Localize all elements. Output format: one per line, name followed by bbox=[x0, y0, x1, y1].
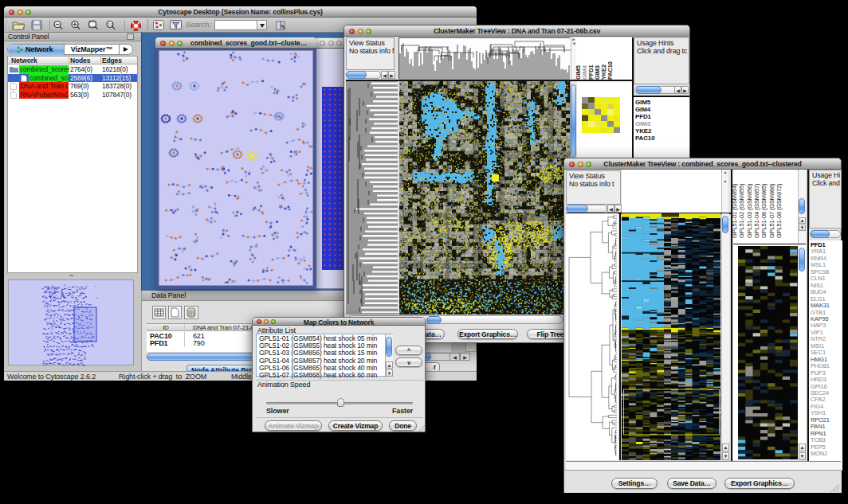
svg-text:1:1: 1:1 bbox=[108, 23, 113, 27]
